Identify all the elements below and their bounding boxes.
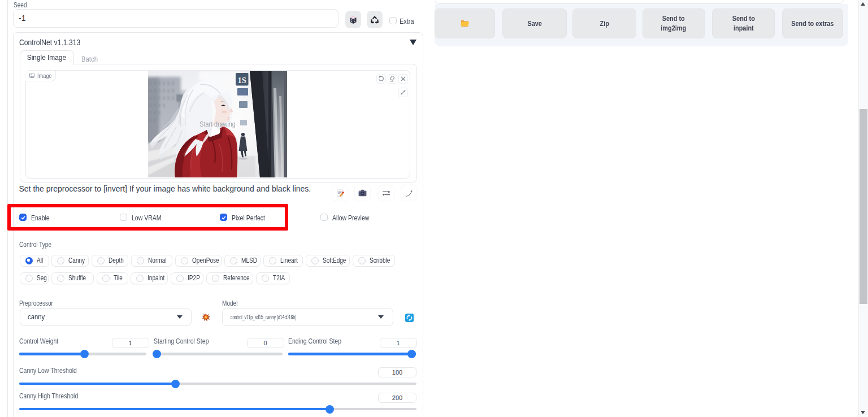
svg-text:Start drawing: Start drawing bbox=[199, 119, 236, 128]
svg-text:1S: 1S bbox=[238, 75, 246, 84]
